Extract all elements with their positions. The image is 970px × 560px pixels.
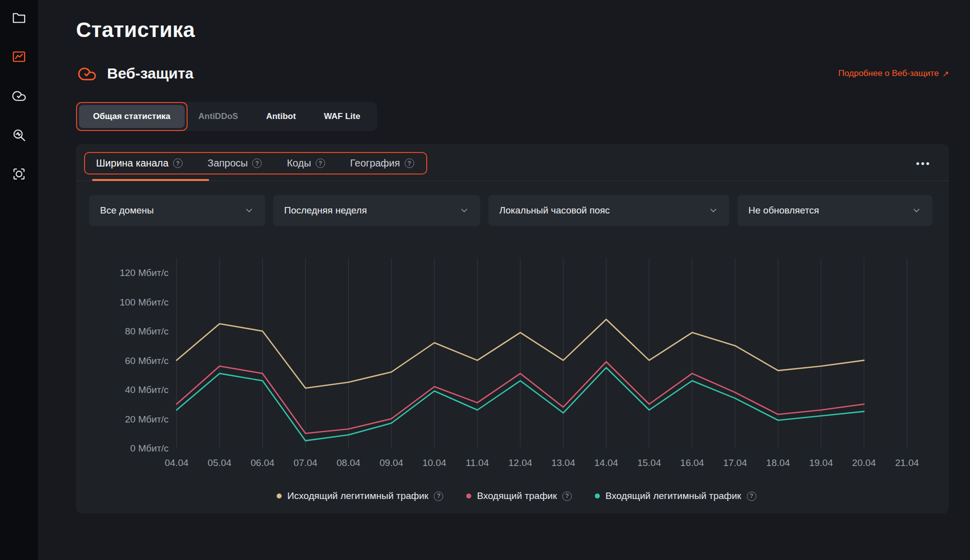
sidebar-item-statistics[interactable]	[11, 50, 27, 66]
details-link-label: Подробнее о Веб-защите	[838, 68, 939, 78]
traffic-chart: 04.0405.0406.0407.0408.0409.0410.0411.04…	[89, 252, 919, 480]
subtab-label: География	[350, 158, 400, 169]
chart-board-icon	[12, 50, 27, 66]
svg-text:08.04: 08.04	[337, 458, 361, 468]
main-tabs: Общая статистика AntiDDoS Antibot WAF Li…	[76, 102, 377, 131]
svg-text:16.04: 16.04	[680, 458, 704, 468]
subtab-bandwidth[interactable]: Ширина канала ?	[96, 158, 183, 169]
tab-label: AntiDDoS	[199, 112, 238, 121]
svg-text:09.04: 09.04	[380, 458, 404, 468]
svg-text:15.04: 15.04	[637, 458, 661, 468]
cloud-check-icon	[12, 88, 27, 106]
sidebar-item-web-protection[interactable]	[11, 89, 27, 105]
tab-waf-lite[interactable]: WAF Lite	[310, 105, 374, 128]
svg-text:05.04: 05.04	[208, 458, 232, 468]
main-content: Статистика Веб-защита Подробнее о Веб-за…	[38, 0, 970, 560]
legend-dot	[595, 494, 600, 498]
svg-text:13.04: 13.04	[551, 458, 575, 468]
help-question-icon[interactable]: ?	[173, 158, 183, 168]
domains-dropdown[interactable]: Все домены	[89, 195, 265, 226]
dropdown-value: Последняя неделя	[284, 205, 367, 216]
tab-antibot[interactable]: Antibot	[252, 105, 310, 128]
subtab-requests[interactable]: Запросы ?	[208, 158, 262, 169]
legend-item-incoming-legit[interactable]: Входящий легитимный трафик ?	[595, 490, 756, 502]
panel-header: Ширина канала ? Запросы ? Коды ? Географ…	[76, 144, 949, 180]
chevron-down-icon	[244, 206, 254, 216]
legend-label: Исходящий легитимный трафик	[287, 490, 428, 502]
dropdown-value: Все домены	[100, 205, 154, 216]
svg-text:120 Мбит/с: 120 Мбит/с	[120, 268, 169, 278]
tab-label: Antibot	[266, 112, 296, 121]
svg-text:12.04: 12.04	[508, 458, 532, 468]
search-pulse-icon	[12, 128, 27, 144]
svg-text:40 Мбит/с: 40 Мбит/с	[125, 384, 169, 395]
web-protection-cloud-icon	[76, 64, 98, 83]
more-options-button[interactable]: •••	[913, 156, 934, 170]
refresh-dropdown[interactable]: Не обновляется	[737, 195, 932, 226]
help-question-icon[interactable]: ?	[316, 158, 325, 168]
help-question-icon[interactable]: ?	[405, 158, 414, 168]
subtab-label: Запросы	[208, 158, 248, 169]
sidebar-item-analysis[interactable]	[11, 128, 27, 144]
tab-label: WAF Lite	[324, 112, 360, 121]
dropdown-value: Локальный часовой пояс	[499, 205, 610, 216]
help-question-icon[interactable]: ?	[747, 492, 756, 501]
tab-label: Общая статистика	[93, 112, 171, 121]
svg-text:04.04: 04.04	[165, 458, 189, 468]
folder-icon	[12, 10, 27, 28]
chevron-down-icon	[708, 206, 718, 216]
svg-text:11.04: 11.04	[466, 458, 489, 468]
legend-dot	[466, 494, 471, 498]
subtab-label: Коды	[287, 158, 311, 169]
subtab-label: Ширина канала	[96, 158, 169, 169]
subtab-codes[interactable]: Коды ?	[287, 158, 325, 169]
tab-antiddos[interactable]: AntiDDoS	[185, 105, 252, 128]
scan-target-icon	[12, 166, 27, 184]
help-question-icon[interactable]: ?	[562, 492, 572, 501]
svg-text:10.04: 10.04	[423, 458, 447, 468]
statistics-panel: Ширина канала ? Запросы ? Коды ? Географ…	[76, 144, 949, 514]
svg-text:80 Мбит/с: 80 Мбит/с	[125, 326, 169, 336]
svg-text:20 Мбит/с: 20 Мбит/с	[125, 414, 169, 424]
section-title: Веб-защита	[107, 65, 194, 82]
sidebar-item-scan[interactable]	[11, 167, 27, 183]
legend-item-outgoing-legit[interactable]: Исходящий легитимный трафик ?	[277, 490, 443, 502]
svg-text:18.04: 18.04	[766, 458, 790, 468]
app-window: Статистика Веб-защита Подробнее о Веб-за…	[0, 0, 970, 560]
dropdown-value: Не обновляется	[748, 205, 819, 216]
section-header: Веб-защита Подробнее о Веб-защите ↗	[76, 64, 949, 83]
page-title: Статистика	[76, 18, 949, 42]
tab-general-statistics[interactable]: Общая статистика	[79, 105, 185, 128]
details-link[interactable]: Подробнее о Веб-защите ↗	[838, 68, 949, 78]
svg-text:0 Мбит/с: 0 Мбит/с	[130, 443, 169, 454]
filters-row: Все домены Последняя неделя Локальный ча…	[76, 181, 949, 226]
external-arrow-icon: ↗	[942, 69, 949, 78]
svg-text:14.04: 14.04	[594, 458, 618, 468]
svg-text:19.04: 19.04	[809, 458, 833, 468]
svg-text:20.04: 20.04	[852, 458, 876, 468]
svg-text:60 Мбит/с: 60 Мбит/с	[125, 356, 169, 366]
chevron-down-icon	[911, 206, 921, 216]
active-subtab-indicator	[92, 179, 209, 181]
sidebar-item-projects[interactable]	[11, 11, 27, 27]
legend-dot	[277, 494, 282, 498]
svg-text:17.04: 17.04	[723, 458, 747, 468]
panel-header-divider	[76, 180, 949, 181]
chevron-down-icon	[459, 206, 469, 216]
chart-legend: Исходящий легитимный трафик ? Входящий т…	[89, 490, 944, 502]
chart-area: 04.0405.0406.0407.0408.0409.0410.0411.04…	[76, 226, 949, 502]
svg-text:100 Мбит/с: 100 Мбит/с	[120, 297, 169, 308]
svg-text:07.04: 07.04	[294, 458, 318, 468]
help-question-icon[interactable]: ?	[252, 158, 262, 168]
svg-text:21.04: 21.04	[895, 458, 919, 468]
svg-text:06.04: 06.04	[251, 458, 275, 468]
legend-label: Входящий легитимный трафик	[605, 490, 741, 502]
timezone-dropdown[interactable]: Локальный часовой пояс	[488, 195, 729, 226]
subtabs-annotation-box: Ширина канала ? Запросы ? Коды ? Географ…	[84, 152, 427, 174]
help-question-icon[interactable]: ?	[434, 492, 443, 501]
subtab-geography[interactable]: География ?	[350, 158, 414, 169]
period-dropdown[interactable]: Последняя неделя	[273, 195, 480, 226]
legend-label: Входящий трафик	[477, 490, 557, 502]
legend-item-incoming[interactable]: Входящий трафик ?	[466, 490, 572, 502]
sidebar	[0, 0, 38, 560]
